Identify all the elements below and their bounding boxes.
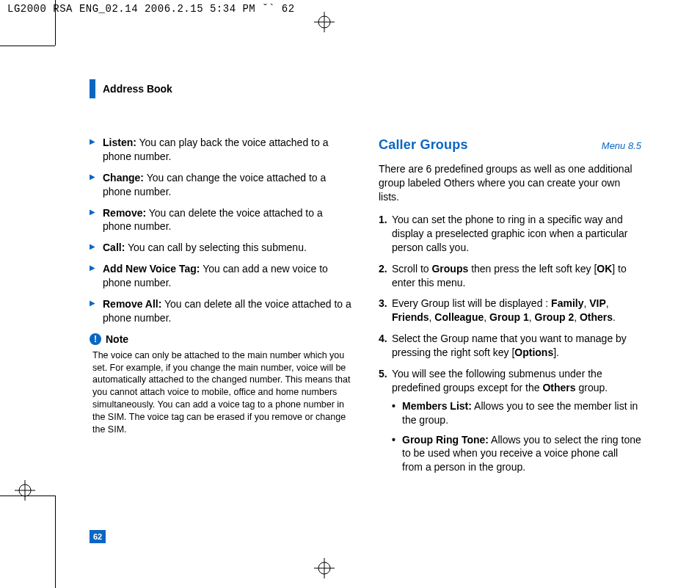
t: , — [606, 297, 609, 309]
list-item: Add New Voice Tag: You can add a new voi… — [90, 262, 352, 290]
t: Family — [551, 297, 583, 309]
crop-mark — [55, 496, 56, 588]
note-body: The voice can only be attached to the ma… — [90, 349, 352, 436]
right-column: Caller Groups Menu 8.5 There are 6 prede… — [379, 136, 641, 482]
t: VIP — [589, 297, 606, 309]
t: , — [574, 311, 580, 323]
t: Options — [514, 346, 553, 358]
t: Friends — [392, 311, 429, 323]
note-heading: ! Note — [90, 333, 352, 346]
list-item: Members List: Allows you to see the memb… — [392, 399, 641, 427]
list-item: Scroll to Groups then press the left sof… — [379, 262, 641, 290]
crop-mark — [55, 0, 56, 46]
page-content: Address Book Listen: You can play back t… — [59, 22, 668, 565]
list-item: Every Group list will be displayed : Fam… — [379, 297, 641, 324]
list-item: You can set the phone to ring in a speci… — [379, 213, 641, 255]
desc: You can play back the voice attached to … — [103, 137, 328, 162]
steps-list: You can set the phone to ring in a speci… — [379, 213, 641, 474]
intro-paragraph: There are 6 predefined groups as well as… — [379, 162, 641, 204]
term: Call: — [103, 242, 125, 253]
t: Every Group list will be displayed : — [392, 297, 551, 309]
print-header: LG2000 RSA ENG_02.14 2006.2.15 5:34 PM ˘… — [7, 3, 295, 15]
list-item: Call: You can call by selecting this sub… — [90, 241, 352, 255]
crop-mark — [0, 46, 55, 46]
t: , — [529, 311, 535, 323]
left-column: Listen: You can play back the voice atta… — [90, 136, 352, 482]
t: then press the left soft key [ — [468, 263, 597, 275]
term: Add New Voice Tag: — [103, 263, 200, 275]
menu-reference: Menu 8.5 — [602, 139, 641, 153]
t: ]. — [553, 346, 559, 358]
list-item: Change: You can change the voice attache… — [90, 171, 352, 199]
t: Others — [542, 382, 575, 393]
submenu-list: Members List: Allows you to see the memb… — [392, 399, 641, 474]
t: Group 1 — [489, 311, 529, 323]
section-heading: Address Book — [90, 79, 172, 98]
t: Others — [580, 311, 613, 323]
page-number: 62 — [90, 530, 106, 543]
subsection-title: Caller Groups — [379, 136, 468, 153]
term: Change: — [103, 172, 144, 184]
note-label: Note — [106, 333, 128, 346]
heading-accent-bar — [90, 79, 95, 98]
t: , — [484, 311, 489, 323]
list-item: Listen: You can play back the voice atta… — [90, 136, 352, 164]
t: OK — [597, 263, 612, 275]
term: Remove: — [103, 207, 146, 219]
step-text: You can set the phone to ring in a speci… — [392, 214, 627, 253]
registration-mark-icon — [15, 480, 35, 501]
t: group. — [576, 382, 608, 393]
list-item: Select the Group name that you want to m… — [379, 332, 641, 360]
list-item: Group Ring Tone: Allows you to select th… — [392, 433, 641, 475]
list-item: Remove All: You can delete all the voice… — [90, 297, 352, 325]
voice-tag-menu-list: Listen: You can play back the voice atta… — [90, 136, 352, 325]
t: Colleague — [434, 311, 484, 323]
section-title: Address Book — [103, 83, 172, 95]
info-icon: ! — [90, 333, 101, 345]
t: Group Ring Tone: — [402, 434, 489, 446]
t: Group 2 — [535, 311, 575, 323]
term: Remove All: — [103, 298, 161, 310]
term: Listen: — [103, 137, 136, 148]
t: . — [613, 311, 616, 323]
t: Scroll to — [392, 263, 431, 275]
t: Members List: — [402, 400, 472, 412]
list-item: You will see the following submenus unde… — [379, 367, 641, 474]
t: Select the Group name that you want to m… — [392, 333, 627, 358]
desc: You can call by selecting this submenu. — [125, 242, 307, 253]
t: Groups — [431, 263, 468, 275]
subsection-heading-row: Caller Groups Menu 8.5 — [379, 136, 641, 153]
list-item: Remove: You can delete the voice attache… — [90, 206, 352, 234]
